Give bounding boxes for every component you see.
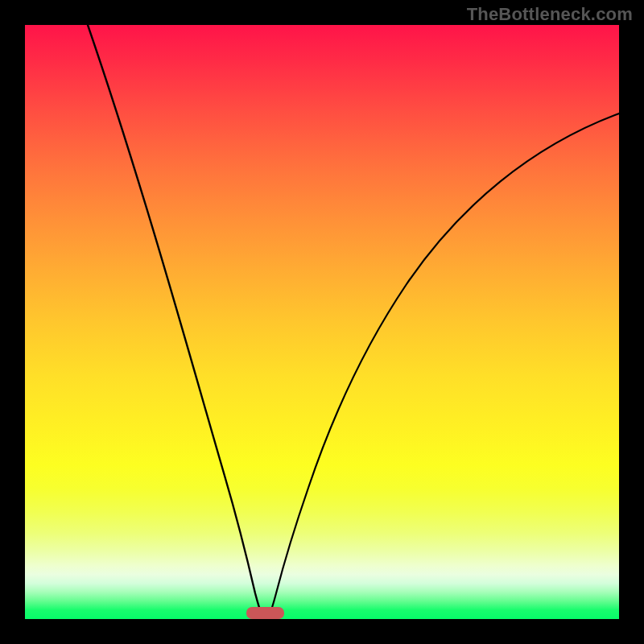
bottleneck-marker <box>246 607 284 619</box>
left-curve <box>88 25 264 619</box>
chart-frame: TheBottleneck.com <box>0 0 644 644</box>
plot-area <box>25 25 619 619</box>
right-curve <box>267 114 619 619</box>
watermark-label: TheBottleneck.com <box>467 4 633 25</box>
curve-layer <box>25 25 619 619</box>
